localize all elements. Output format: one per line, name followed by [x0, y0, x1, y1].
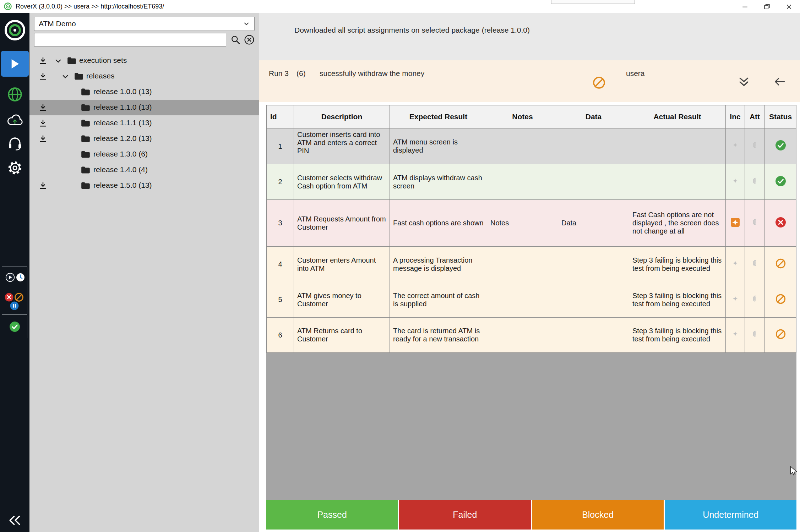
step-data[interactable] — [558, 128, 629, 164]
step-data[interactable]: Data — [558, 200, 629, 247]
tree-item-release-1-4-0[interactable]: release 1.4.0 (4) — [29, 162, 259, 178]
incident-icon[interactable] — [731, 142, 739, 149]
column-header-inc: Inc — [726, 105, 745, 128]
tree-item-releases[interactable]: releases — [29, 68, 259, 84]
folder-icon — [81, 119, 90, 127]
step-row-1[interactable]: 1 Customer inserts card into ATM and ent… — [267, 128, 796, 164]
execution-play-nav-button[interactable] — [1, 51, 29, 77]
incident-icon[interactable] — [731, 260, 739, 267]
incident-icon[interactable] — [731, 330, 739, 338]
titlebar: RoverX (3.0.0.0) >> usera >> http://loca… — [0, 0, 800, 13]
attachment-icon[interactable] — [751, 141, 759, 149]
attachment-icon[interactable] — [751, 295, 759, 303]
step-id: 5 — [267, 282, 294, 318]
step-notes[interactable] — [487, 318, 558, 353]
step-actual-result[interactable] — [629, 164, 726, 200]
tree-item-release-1-5-0[interactable]: release 1.5.0 (13) — [29, 178, 259, 193]
step-description: ATM Requests Amount from Customer — [294, 200, 390, 247]
tree-item-release-1-0-0[interactable]: release 1.0.0 (13) — [29, 84, 259, 100]
project-select[interactable]: ATM Demo — [34, 17, 255, 31]
run-header-bar: Run 3 (6) sucessfully withdraw the money… — [259, 60, 800, 102]
column-header-att: Att — [745, 105, 765, 128]
collapse-run-details-button[interactable] — [738, 77, 750, 87]
project-select-value: ATM Demo — [39, 20, 243, 28]
undetermined-button[interactable]: Undetermined — [665, 500, 796, 530]
step-expected-result: The correct amount of cash is supplied — [390, 282, 487, 318]
step-description: ATM gives money to Customer — [294, 282, 390, 318]
failed-button[interactable]: Failed — [399, 500, 530, 530]
step-row-6[interactable]: 6 ATM Returns card to Customer The card … — [267, 318, 796, 353]
step-notes[interactable] — [487, 164, 558, 200]
step-row-4[interactable]: 4 Customer enters Amount into ATM A proc… — [267, 247, 796, 282]
gear-icon — [7, 160, 23, 176]
run-label: Run 3 — [269, 69, 289, 78]
close-button[interactable] — [778, 0, 800, 13]
step-actual-result[interactable]: Step 3 failing is blocking this test fro… — [629, 282, 726, 318]
download-icon[interactable] — [39, 135, 47, 143]
attachment-icon[interactable] — [751, 259, 759, 268]
column-header-status: Status — [765, 105, 796, 128]
step-row-2[interactable]: 2 Customer selects withdraw Cash option … — [267, 164, 796, 200]
folder-icon — [74, 72, 83, 80]
collapse-sidebar-button[interactable] — [8, 515, 22, 526]
cloud-sync-nav-button[interactable] — [6, 114, 24, 127]
globe-nav-button[interactable] — [7, 86, 23, 103]
tree-item-release-1-1-1[interactable]: release 1.1.1 (13) — [29, 115, 259, 131]
download-icon[interactable] — [39, 56, 47, 65]
step-description: Customer enters Amount into ATM — [294, 247, 390, 282]
step-data[interactable] — [558, 247, 629, 282]
tree-item-label: release 1.2.0 (13) — [93, 134, 152, 143]
attachment-icon[interactable] — [751, 330, 759, 338]
step-actual-result[interactable] — [629, 128, 726, 164]
passed-button[interactable]: Passed — [266, 500, 398, 530]
tree-item-label: release 1.0.0 (13) — [93, 87, 152, 96]
download-icon[interactable] — [39, 72, 47, 81]
step-data[interactable] — [558, 164, 629, 200]
maximize-button[interactable] — [756, 0, 778, 13]
support-nav-button[interactable] — [7, 136, 23, 151]
column-header-description: Description — [294, 105, 390, 128]
search-input[interactable] — [34, 33, 226, 46]
settings-nav-button[interactable] — [7, 160, 23, 176]
chevron-down-icon[interactable] — [54, 57, 62, 65]
download-icon[interactable] — [39, 103, 47, 112]
window-title: RoverX (3.0.0.0) >> usera >> http://loca… — [16, 3, 164, 10]
step-description: ATM Returns card to Customer — [294, 318, 390, 353]
incident-icon[interactable] — [731, 295, 739, 303]
table-header-row: Id Description Expected Result Notes Dat… — [267, 105, 796, 128]
download-icon[interactable] — [39, 119, 47, 127]
search-icon[interactable] — [230, 35, 240, 45]
tree-item-release-1-3-0[interactable]: release 1.3.0 (6) — [29, 147, 259, 162]
step-actual-result[interactable]: Step 3 failing is blocking this test fro… — [629, 247, 726, 282]
step-actual-result[interactable]: Fast Cash options are not displayed , th… — [629, 200, 726, 247]
tree-item-label: execution sets — [79, 56, 127, 65]
step-notes[interactable] — [487, 282, 558, 318]
step-actual-result[interactable]: Step 3 failing is blocking this test fro… — [629, 318, 726, 353]
paused-status-icon — [10, 301, 19, 311]
chevron-down-icon[interactable] — [61, 73, 69, 81]
minimize-button[interactable] — [734, 0, 756, 13]
step-data[interactable] — [558, 282, 629, 318]
tree-item-release-1-1-0[interactable]: release 1.1.0 (13) — [29, 100, 259, 115]
play-icon — [10, 58, 20, 70]
step-notes[interactable] — [487, 128, 558, 164]
incident-icon-active[interactable] — [730, 218, 740, 227]
attachment-icon[interactable] — [751, 177, 759, 185]
tree-item-label: release 1.1.0 (13) — [93, 103, 152, 111]
attachment-icon[interactable] — [751, 218, 759, 226]
step-notes[interactable] — [487, 247, 558, 282]
step-expected-result: ATM displays withdraw cash screen — [390, 164, 487, 200]
step-row-5[interactable]: 5 ATM gives money to Customer The correc… — [267, 282, 796, 318]
incident-icon[interactable] — [731, 177, 739, 185]
clear-search-icon[interactable] — [244, 34, 255, 45]
step-notes[interactable]: Notes — [487, 200, 558, 247]
back-button[interactable] — [773, 77, 785, 87]
download-icon[interactable] — [39, 181, 47, 190]
passed-status-icon — [9, 321, 20, 332]
tree-item-release-1-2-0[interactable]: release 1.2.0 (13) — [29, 131, 259, 147]
folder-icon — [81, 166, 90, 174]
step-row-3[interactable]: 3 ATM Requests Amount from Customer Fast… — [267, 200, 796, 247]
step-data[interactable] — [558, 318, 629, 353]
tree-item-execution-sets[interactable]: execution sets — [29, 53, 259, 68]
blocked-button[interactable]: Blocked — [532, 500, 664, 530]
